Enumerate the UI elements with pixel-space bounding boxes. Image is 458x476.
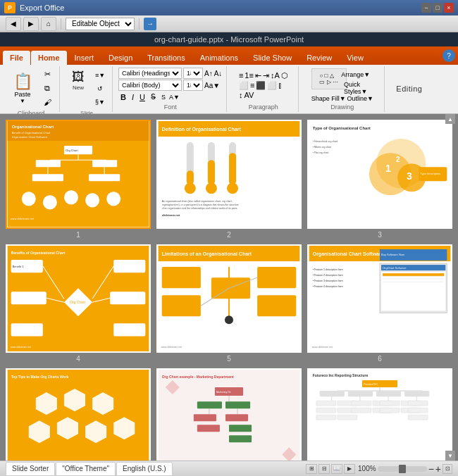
- font-group: Calibri (Headings) 18 A↑ A↓ Calibri (Bod…: [114, 66, 227, 112]
- bullets-button[interactable]: ≡: [239, 71, 243, 80]
- svg-rect-10: [36, 160, 61, 167]
- help-button[interactable]: ?: [442, 49, 455, 62]
- editable-select[interactable]: Editable Object: [66, 18, 135, 30]
- slide-thumb-4[interactable]: Benefits of Organisational Chart Org Cha…: [6, 244, 151, 353]
- forward-button[interactable]: ▶: [23, 17, 39, 31]
- svg-rect-29: [208, 160, 215, 184]
- office-theme-tab[interactable]: "Office Theme": [56, 462, 116, 476]
- arrange-button[interactable]: Arrange▼: [348, 68, 364, 81]
- font-size-select[interactable]: 18: [183, 68, 203, 79]
- tab-file[interactable]: File: [3, 51, 30, 65]
- quick-styles-button[interactable]: QuickStyles▼: [348, 82, 364, 94]
- font-family-select[interactable]: Calibri (Headings): [118, 68, 182, 79]
- line-spacing-button[interactable]: ↕: [239, 91, 243, 99]
- decrease-font-button[interactable]: A↓: [214, 70, 223, 77]
- align-center-button[interactable]: ≡: [250, 81, 254, 89]
- maximize-button[interactable]: □: [433, 3, 442, 13]
- new-slide-button[interactable]: 🖼 New: [66, 68, 91, 93]
- paragraph-content: ≡ 1≡ ⇤ ⇥ ↕A ⬡ ⬜ ≡ ⬛ ⬜ ⫿ ↕ AV: [239, 68, 288, 102]
- zoom-slider-thumb[interactable]: [399, 465, 406, 473]
- paste-button[interactable]: 📋 Paste ▼: [7, 72, 38, 104]
- slide-thumb-8[interactable]: Org Chart example - Marketing Department…: [156, 368, 302, 461]
- slide-item-2[interactable]: Definition of Organisational Chart An or…: [156, 120, 302, 239]
- slide-item-6[interactable]: Organisational Chart Software Buy Softwa…: [307, 244, 452, 363]
- text-spacing-button[interactable]: AV: [244, 91, 254, 99]
- slide-sorter-view-button[interactable]: ⊟: [318, 464, 330, 474]
- align-right-button[interactable]: ⬛: [256, 81, 266, 90]
- clipboard-group: 📋 Paste ▼ ✂ ⧉ 🖌 Clipboard: [3, 66, 60, 112]
- numbering-button[interactable]: 1≡: [245, 71, 254, 80]
- font-body-select[interactable]: Calibri (Body): [118, 80, 182, 91]
- slide-thumb-2[interactable]: Definition of Organisational Chart An or…: [156, 120, 302, 229]
- tab-review[interactable]: Review: [299, 51, 339, 65]
- strikethrough-button[interactable]: S̶: [149, 92, 158, 102]
- slide-item-8[interactable]: Org Chart example - Marketing Department…: [156, 368, 302, 461]
- arrow-button[interactable]: →: [144, 18, 156, 30]
- tab-slideshow[interactable]: Slide Show: [246, 51, 299, 65]
- italic-button[interactable]: I: [130, 92, 136, 102]
- font-color-button[interactable]: A▼: [169, 94, 180, 101]
- reset-button[interactable]: ↺: [92, 82, 108, 95]
- columns-button[interactable]: ⫿: [278, 81, 283, 89]
- tab-home[interactable]: Home: [31, 51, 67, 65]
- tab-design[interactable]: Design: [101, 51, 140, 65]
- slide-item-1[interactable]: Organisational Chart Benefit of Organisa…: [6, 120, 151, 239]
- tab-view[interactable]: View: [340, 51, 371, 65]
- align-left-button[interactable]: ⬜: [239, 81, 249, 90]
- slideshow-view-button[interactable]: ▶: [344, 464, 355, 474]
- scroll-up-button[interactable]: ▲: [445, 114, 455, 124]
- shape-fill-button[interactable]: Shape Fill▼: [311, 95, 346, 102]
- back-button[interactable]: ◀: [6, 17, 21, 31]
- justify-button[interactable]: ⬜: [267, 81, 277, 90]
- indent-decrease-button[interactable]: ⇤: [255, 71, 261, 80]
- slide-item-7[interactable]: Top Tips to Make Org Charts Work www.sli…: [6, 368, 151, 461]
- format-painter-button[interactable]: 🖌: [39, 96, 55, 108]
- cut-button[interactable]: ✂: [39, 68, 55, 80]
- home-button[interactable]: ⌂: [41, 17, 56, 31]
- slide-sorter-tab[interactable]: Slide Sorter: [6, 462, 55, 476]
- font-size2-select[interactable]: 18: [183, 80, 203, 91]
- fit-window-button[interactable]: ⊡: [442, 464, 452, 474]
- increase-font-button[interactable]: A↑: [204, 70, 213, 77]
- slide-5-svg: Limitations of an Organisational Chart w…: [158, 246, 300, 352]
- slide-thumb-3[interactable]: Type of Organisational Chart 3 1 2 Type …: [307, 120, 452, 229]
- aa-button[interactable]: Aa▼: [204, 82, 220, 89]
- close-button[interactable]: ×: [444, 3, 454, 13]
- copy-button[interactable]: ⧉: [39, 82, 55, 94]
- svg-rect-11: [92, 160, 117, 167]
- svg-text:organigram(me), or organogram): organigram(me), or organogram) is a diag…: [162, 203, 239, 206]
- editable-object-bar: ◀ ▶ ⌂ Editable Object →: [0, 15, 458, 32]
- slide-thumb-1[interactable]: Organisational Chart Benefit of Organisa…: [6, 120, 151, 229]
- slide-item-9[interactable]: Futureco Inc Reporting Structure Preside…: [307, 368, 452, 461]
- slide-layout-button[interactable]: ≡▼: [92, 69, 108, 82]
- tab-insert[interactable]: Insert: [68, 51, 101, 65]
- reading-view-button[interactable]: 📖: [331, 464, 342, 474]
- zoom-minus-button[interactable]: −: [428, 463, 434, 475]
- normal-view-button[interactable]: ⊞: [306, 464, 317, 474]
- slide-thumb-9[interactable]: Futureco Inc Reporting Structure Preside…: [307, 368, 452, 461]
- language-tab[interactable]: English (U.S.): [116, 462, 173, 476]
- svg-rect-57: [113, 260, 145, 273]
- svg-rect-60: [11, 323, 43, 336]
- shadow-button[interactable]: S: [159, 93, 168, 101]
- scroll-down-button[interactable]: ▼: [445, 451, 455, 461]
- slide-thumb-6[interactable]: Organisational Chart Software Buy Softwa…: [307, 244, 452, 353]
- text-direction-button[interactable]: ↕A: [271, 71, 280, 80]
- section-button[interactable]: §▼: [92, 96, 108, 108]
- slide-thumb-5[interactable]: Limitations of an Organisational Chart w…: [156, 244, 302, 353]
- zoom-plus-button[interactable]: +: [435, 463, 441, 475]
- indent-increase-button[interactable]: ⇥: [263, 71, 269, 80]
- convert-smartart-button[interactable]: ⬡: [281, 71, 288, 80]
- svg-rect-26: [187, 170, 194, 184]
- slide-thumb-7[interactable]: Top Tips to Make Org Charts Work www.sli…: [6, 368, 151, 461]
- bold-button[interactable]: B: [118, 92, 128, 102]
- slide-item-4[interactable]: Benefits of Organisational Chart Org Cha…: [6, 244, 151, 363]
- shape-outline-button[interactable]: Outline▼: [347, 95, 373, 102]
- tab-transitions[interactable]: Transitions: [140, 51, 192, 65]
- minimize-button[interactable]: −: [421, 3, 431, 13]
- tab-animations[interactable]: Animations: [193, 51, 245, 65]
- slide-item-3[interactable]: Type of Organisational Chart 3 1 2 Type …: [307, 120, 452, 239]
- underline-button[interactable]: U: [137, 92, 147, 102]
- slide-item-5[interactable]: Limitations of an Organisational Chart w…: [156, 244, 302, 363]
- zoom-slider[interactable]: [378, 466, 427, 472]
